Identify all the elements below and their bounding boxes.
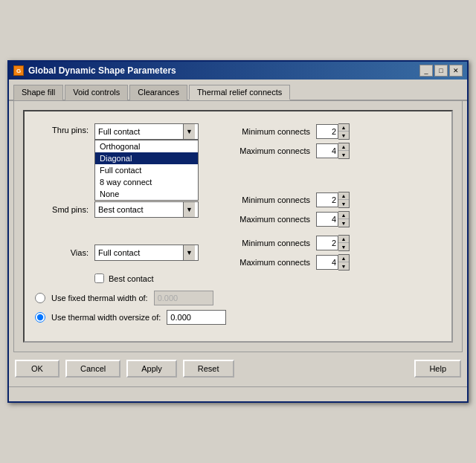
maximize-button[interactable]: □ — [434, 65, 448, 77]
smd-pins-min-arrows: ▲ ▼ — [338, 192, 350, 208]
best-contact-row: Best contact — [94, 273, 441, 283]
vias-min-arrows: ▲ ▼ — [338, 235, 350, 251]
title-bar: G Global Dynamic Shape Parameters _ □ ✕ — [9, 62, 467, 80]
vias-label: Vias: — [71, 248, 89, 257]
smd-pins-min-up[interactable]: ▲ — [338, 192, 349, 200]
vias-max-input[interactable] — [316, 255, 338, 270]
status-bar — [9, 386, 467, 401]
vias-min-up[interactable]: ▲ — [338, 236, 349, 243]
thermal-width-section: Use fixed thermal width of: Use thermal … — [35, 291, 441, 325]
smd-pins-max-row: Maximum connects ▲ ▼ — [221, 211, 350, 227]
thru-pins-max-arrows: ▲ ▼ — [338, 143, 350, 159]
thru-pins-min-input[interactable] — [316, 124, 338, 139]
oversize-thermal-radio[interactable] — [35, 312, 45, 323]
button-bar: OK Cancel Apply Reset Help — [9, 352, 467, 383]
window-title: Global Dynamic Shape Parameters — [28, 65, 176, 76]
smd-pins-max-arrows: ▲ ▼ — [338, 211, 350, 227]
fixed-thermal-label: Use fixed thermal width of: — [51, 294, 148, 302]
close-button[interactable]: ✕ — [449, 65, 463, 77]
thru-pins-label: Thru pins: — [52, 126, 89, 135]
window-icon: G — [13, 65, 24, 76]
thru-pins-min-row: Minimum connects ▲ ▼ — [221, 123, 350, 140]
best-contact-checkbox[interactable] — [94, 273, 104, 283]
main-window: G Global Dynamic Shape Parameters _ □ ✕ … — [7, 60, 469, 403]
fixed-thermal-radio[interactable] — [35, 293, 45, 303]
thru-pins-max-label: Maximum connects — [221, 146, 310, 155]
fixed-thermal-row: Use fixed thermal width of: — [35, 291, 441, 305]
oversize-thermal-row: Use thermal width oversize of: — [35, 310, 441, 325]
smd-pins-dropdown[interactable]: Best contact ▼ — [94, 201, 199, 218]
help-button[interactable]: Help — [414, 360, 461, 378]
smd-pins-max-up[interactable]: ▲ — [338, 212, 349, 219]
thru-pins-min-label: Minimum connects — [221, 127, 310, 136]
oversize-thermal-label: Use thermal width oversize of: — [51, 313, 161, 322]
vias-max-up[interactable]: ▲ — [338, 255, 349, 262]
tab-clearances[interactable]: Clearances — [129, 85, 187, 100]
smd-pins-max-input[interactable] — [316, 212, 338, 227]
minimize-button[interactable]: _ — [419, 65, 433, 77]
thru-pins-min-arrows: ▲ ▼ — [338, 123, 350, 140]
vias-max-label: Maximum connects — [221, 258, 310, 267]
title-buttons: _ □ ✕ — [419, 65, 463, 77]
thru-pins-dropdown[interactable]: Full contact ▼ — [94, 123, 199, 140]
best-contact-label: Best contact — [109, 274, 154, 283]
fixed-thermal-input — [154, 291, 213, 305]
vias-right-panel: Minimum connects ▲ ▼ Maximum connects — [221, 235, 350, 271]
thru-pins-max-spinner: ▲ ▼ — [316, 143, 350, 159]
dropdown-item-8way[interactable]: 8 way connect — [95, 176, 198, 188]
smd-pins-max-label: Maximum connects — [221, 215, 310, 224]
vias-min-down[interactable]: ▼ — [338, 243, 349, 250]
vias-min-label: Minimum connects — [221, 239, 310, 247]
dropdown-item-diagonal[interactable]: Diagonal — [95, 152, 198, 164]
apply-button[interactable]: Apply — [126, 360, 177, 378]
thru-pins-min-up[interactable]: ▲ — [338, 124, 349, 132]
thru-pins-dropdown-list: Orthogonal Diagonal Full contact 8 way c… — [94, 140, 199, 201]
thru-pins-value: Full contact — [98, 127, 140, 136]
thru-pins-min-spinner: ▲ ▼ — [316, 123, 350, 140]
vias-dropdown-arrow[interactable]: ▼ — [183, 245, 195, 260]
tab-bar: Shape fill Void controls Clearances Ther… — [9, 80, 467, 101]
inner-panel: Thru pins: Full contact ▼ Orthogonal Dia… — [23, 110, 453, 343]
cancel-button[interactable]: Cancel — [65, 360, 120, 378]
thru-pins-max-down[interactable]: ▼ — [338, 151, 349, 158]
title-bar-left: G Global Dynamic Shape Parameters — [13, 65, 176, 76]
thru-pins-max-row: Maximum connects ▲ ▼ — [221, 143, 350, 159]
oversize-thermal-input[interactable] — [167, 310, 226, 325]
vias-max-spinner: ▲ ▼ — [316, 254, 350, 271]
smd-pins-dropdown-arrow[interactable]: ▼ — [183, 202, 195, 217]
reset-button[interactable]: Reset — [183, 360, 234, 378]
thru-pins-max-input[interactable] — [316, 143, 338, 158]
smd-pins-label: Smd pins: — [52, 205, 89, 214]
vias-min-row: Minimum connects ▲ ▼ — [221, 235, 350, 251]
smd-pins-min-down[interactable]: ▼ — [338, 200, 349, 207]
tab-thermal-relief[interactable]: Thermal relief connects — [189, 85, 290, 100]
smd-pins-min-label: Minimum connects — [221, 195, 310, 204]
smd-pins-max-down[interactable]: ▼ — [338, 219, 349, 227]
tab-shape-fill[interactable]: Shape fill — [13, 85, 63, 100]
smd-pins-min-row: Minimum connects ▲ ▼ — [221, 192, 350, 208]
tab-void-controls[interactable]: Void controls — [65, 85, 128, 100]
vias-value: Full contact — [98, 248, 140, 257]
smd-pins-value: Best contact — [98, 205, 144, 214]
smd-pins-max-spinner: ▲ ▼ — [316, 211, 350, 227]
vias-max-row: Maximum connects ▲ ▼ — [221, 254, 350, 271]
vias-max-arrows: ▲ ▼ — [338, 254, 350, 271]
thru-pins-dropdown-arrow[interactable]: ▼ — [183, 124, 195, 139]
smd-pins-right-panel: Minimum connects ▲ ▼ Maximum connects — [221, 192, 350, 227]
thru-pins-dropdown-wrapper: Full contact ▼ Orthogonal Diagonal Full … — [94, 123, 199, 140]
ok-button[interactable]: OK — [15, 360, 60, 378]
vias-dropdown[interactable]: Full contact ▼ — [94, 245, 199, 261]
dropdown-item-orthogonal[interactable]: Orthogonal — [95, 140, 198, 152]
vias-min-input[interactable] — [316, 236, 338, 250]
thru-pins-max-up[interactable]: ▲ — [338, 143, 349, 151]
vias-min-spinner: ▲ ▼ — [316, 235, 350, 251]
vias-max-down[interactable]: ▼ — [338, 262, 349, 270]
thru-pins-min-down[interactable]: ▼ — [338, 132, 349, 139]
smd-pins-min-spinner: ▲ ▼ — [316, 192, 350, 208]
thru-pins-right-panel: Minimum connects ▲ ▼ Maximum connects — [221, 123, 350, 159]
dropdown-item-none[interactable]: None — [95, 188, 198, 200]
dropdown-item-full-contact[interactable]: Full contact — [95, 164, 198, 176]
smd-pins-min-input[interactable] — [316, 192, 338, 207]
tab-content: Thru pins: Full contact ▼ Orthogonal Dia… — [13, 101, 463, 352]
